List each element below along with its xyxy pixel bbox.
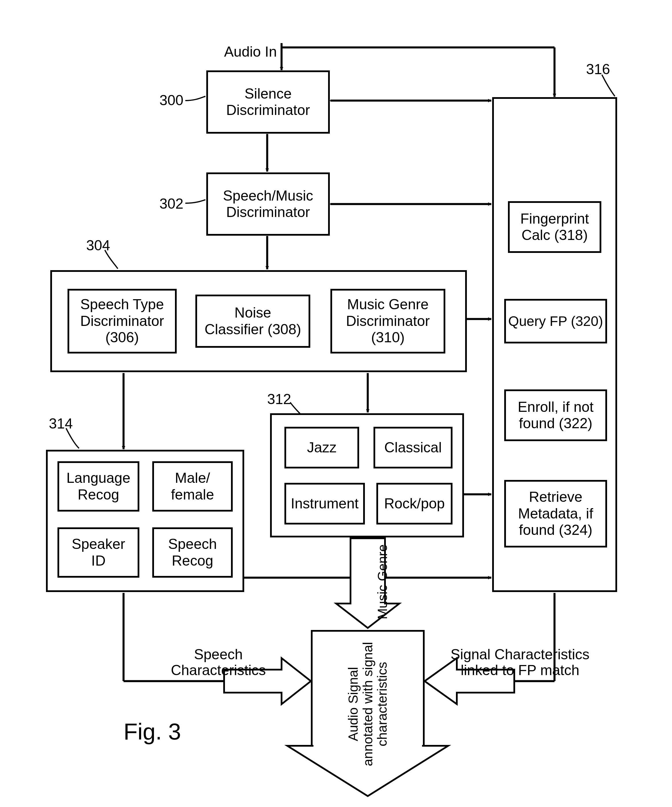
- classical-text: Classical: [384, 439, 441, 456]
- instrument-box: Instrument: [284, 483, 365, 525]
- speaker-id-text: Speaker ID: [71, 536, 125, 569]
- signal-characteristics-label: Signal Characteristics linked to FP matc…: [448, 647, 592, 678]
- retrieve-metadata-box: Retrieve Metadata, if found (324): [504, 480, 607, 548]
- speech-recog-box: Speech Recog: [152, 527, 233, 578]
- music-genre-arrow-text: Music Genre: [375, 545, 390, 619]
- music-genre-arrow-label: Music Genre: [360, 542, 390, 622]
- rockpop-text: Rock/pop: [384, 495, 445, 512]
- speech-characteristics-label: Speech Characteristics: [161, 647, 276, 678]
- speech-recog-text: Speech Recog: [168, 536, 217, 569]
- speech-music-discriminator-text: Speech/Music Discriminator: [223, 188, 313, 221]
- retrieve-metadata-text: Retrieve Metadata, if found (324): [518, 489, 593, 538]
- music-genre-discriminator-box: Music Genre Discriminator (310): [330, 289, 445, 354]
- male-female-text: Male/ female: [171, 470, 214, 503]
- query-fp-box: Query FP (320): [504, 299, 607, 344]
- figure-caption: Fig. 3: [124, 719, 181, 745]
- audio-signal-output-label: Audio Signal annotated with signal chara…: [325, 635, 411, 773]
- music-genre-discriminator-text: Music Genre Discriminator (310): [346, 296, 430, 346]
- silence-discriminator-text: Silence Discriminator: [226, 86, 310, 119]
- speaker-id-box: Speaker ID: [58, 527, 139, 578]
- ref-314: 314: [49, 415, 73, 432]
- enroll-text: Enroll, if not found (322): [518, 399, 594, 432]
- language-recog-box: Language Recog: [58, 461, 139, 511]
- fingerprint-calc-box: Fingerprint Calc (318): [508, 201, 601, 253]
- speech-type-discriminator-box: Speech Type Discriminator (306): [68, 289, 177, 354]
- ref-312: 312: [267, 391, 291, 407]
- jazz-box: Jazz: [284, 427, 359, 468]
- query-fp-text: Query FP (320): [508, 313, 603, 329]
- audio-signal-output-text: Audio Signal annotated with signal chara…: [346, 642, 390, 766]
- jazz-text: Jazz: [307, 439, 337, 456]
- silence-discriminator-box: Silence Discriminator: [206, 70, 330, 134]
- speech-music-discriminator-box: Speech/Music Discriminator: [206, 173, 330, 236]
- audio-in-label: Audio In: [224, 44, 277, 60]
- ref-304: 304: [86, 237, 110, 254]
- noise-classifier-box: Noise Classifier (308): [195, 295, 310, 348]
- ref-300: 300: [159, 92, 183, 109]
- speech-type-discriminator-text: Speech Type Discriminator (306): [80, 296, 164, 346]
- language-recog-text: Language Recog: [66, 470, 130, 503]
- male-female-box: Male/ female: [152, 461, 233, 511]
- ref-302: 302: [159, 196, 183, 212]
- enroll-box: Enroll, if not found (322): [504, 389, 607, 441]
- fingerprint-calc-text: Fingerprint Calc (318): [520, 211, 589, 244]
- rockpop-box: Rock/pop: [377, 483, 453, 525]
- noise-classifier-text: Noise Classifier (308): [204, 305, 301, 338]
- diagram-canvas: Audio In Silence Discriminator Speech/Mu…: [0, 0, 672, 807]
- instrument-text: Instrument: [291, 495, 358, 512]
- ref-316: 316: [586, 61, 610, 78]
- classical-box: Classical: [373, 427, 453, 468]
